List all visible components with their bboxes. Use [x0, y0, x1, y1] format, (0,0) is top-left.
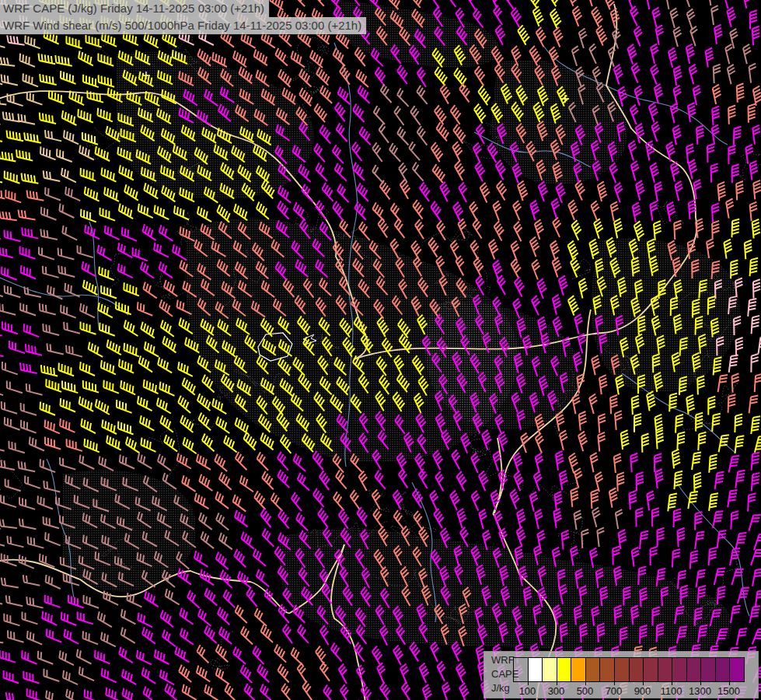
legend-cell: [630, 658, 644, 681]
legend-cell: [586, 658, 601, 681]
wrf-model-chart: WRF CAPE (J/kg) Friday 14-11-2025 03:00 …: [0, 0, 761, 700]
cape-texture-region: [62, 470, 196, 592]
legend-cell: [543, 658, 557, 681]
legend-tick-label: 1500: [712, 685, 746, 697]
legend-cell: [730, 658, 744, 681]
legend-cell: [600, 658, 615, 681]
cape-legend: WRF CAPE J/kg 10030050070090011001300150…: [483, 651, 759, 698]
legend-cell: [701, 658, 716, 681]
legend-cell: [672, 658, 687, 681]
legend-cell: [571, 658, 586, 681]
legend-cell: [658, 658, 673, 681]
map-canvas: [0, 0, 761, 700]
legend-cell: [514, 658, 529, 681]
legend-color-bar: [513, 657, 745, 682]
map-title-cape: WRF CAPE (J/kg) Friday 14-11-2025 03:00 …: [0, 0, 269, 17]
legend-cell: [529, 658, 543, 681]
legend-cell: [716, 658, 731, 681]
legend-cell: [687, 658, 702, 681]
legend-cell: [557, 658, 572, 681]
legend-cell: [644, 658, 658, 681]
legend-cell: [615, 658, 630, 681]
map-title-wind-shear: WRF Wind shear (m/s) 500/1000hPa Friday …: [0, 17, 366, 34]
